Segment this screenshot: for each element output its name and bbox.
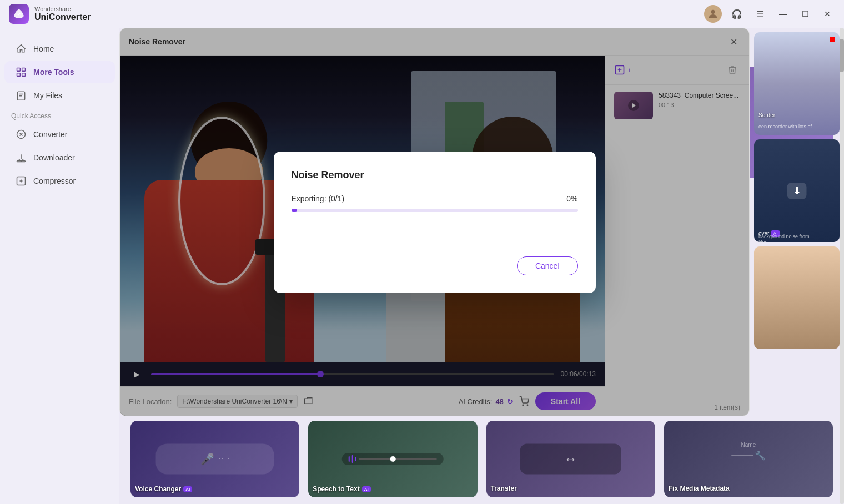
bottom-card-transfer[interactable]: ↔ Transfer	[486, 421, 655, 497]
compressor-label: Compressor	[33, 177, 76, 185]
app-logo	[9, 4, 29, 24]
title-bar-controls: 🎧 ☰ — ☐ ✕	[704, 5, 835, 23]
ai-badge: AI	[183, 486, 192, 492]
close-button[interactable]: ✕	[820, 6, 835, 22]
export-progress-bar	[292, 209, 578, 212]
scrollbar-thumb[interactable]	[840, 39, 844, 72]
home-icon	[16, 43, 27, 54]
bottom-card-speech-to-text[interactable]: Speech to Text AI	[308, 421, 477, 497]
right-card-3[interactable]	[754, 246, 840, 349]
noise-remover-desc: background noise fromfiles.	[758, 234, 835, 242]
maximize-button[interactable]: ☐	[797, 6, 813, 22]
speech-to-text-label: Speech to Text	[313, 485, 359, 493]
voice-changer-label: Voice Changer	[135, 485, 181, 493]
export-actions: Cancel	[292, 256, 578, 275]
bottom-card-fix-metadata[interactable]: Name 🔧 Fix Media Metadata	[664, 421, 833, 497]
minimize-button[interactable]: —	[775, 6, 791, 22]
sidebar: Home More Tools My Files Quick Access Co…	[0, 28, 119, 504]
cancel-button[interactable]: Cancel	[517, 256, 578, 275]
sidebar-item-converter[interactable]: Converter	[4, 123, 115, 145]
ai-badge-2: AI	[362, 486, 371, 492]
sidebar-item-more-tools[interactable]: More Tools	[4, 61, 115, 83]
headset-icon[interactable]: 🎧	[729, 6, 745, 22]
right-card-screen-recorder[interactable]: Screen rorder een recorder with lots of	[754, 32, 840, 135]
svg-rect-1	[17, 68, 21, 72]
right-card-noise-remover[interactable]: ⬇ over AI background noise fromfiles.	[754, 139, 840, 242]
menu-list-icon[interactable]: ☰	[752, 6, 768, 22]
export-overlay: Noise Remover Exporting: (0/1) 0% Cancel	[120, 28, 749, 416]
converter-label: Converter	[33, 130, 67, 139]
bottom-cards: 🎤 〰〰〰 Voice Changer AI Speech to Text AI	[119, 421, 844, 504]
app-name: Wondershare UniConverter	[34, 6, 91, 22]
title-bar: Wondershare UniConverter 🎧 ☰ — ☐ ✕	[0, 0, 844, 28]
app-product: UniConverter	[34, 12, 91, 22]
converter-icon	[16, 129, 27, 140]
sidebar-item-home[interactable]: Home	[4, 38, 115, 60]
app-vendor: Wondershare	[34, 6, 91, 12]
app-branding: Wondershare UniConverter	[9, 4, 91, 24]
svg-rect-4	[22, 73, 26, 77]
downloader-label: Downloader	[33, 153, 75, 162]
logo-icon	[13, 8, 25, 20]
export-progress-fill	[292, 209, 297, 212]
sidebar-item-compressor[interactable]: Compressor	[4, 170, 115, 192]
export-status-row: Exporting: (0/1) 0%	[292, 194, 578, 203]
compressor-icon	[16, 175, 27, 187]
more-tools-label: More Tools	[33, 68, 74, 77]
export-dialog: Noise Remover Exporting: (0/1) 0% Cancel	[274, 152, 596, 293]
downloader-icon	[16, 152, 27, 163]
svg-point-0	[711, 10, 715, 14]
grid-icon	[16, 67, 27, 78]
screen-recorder-title: Screen rorder	[758, 112, 835, 118]
noise-remover-dialog: Noise Remover ✕	[119, 28, 750, 416]
my-files-label: My Files	[33, 91, 62, 100]
svg-rect-2	[22, 68, 26, 72]
files-icon	[16, 90, 27, 101]
quick-access-title: Quick Access	[0, 108, 119, 122]
transfer-label: Transfer	[491, 485, 517, 492]
home-label: Home	[33, 44, 54, 53]
export-percent: 0%	[566, 194, 577, 203]
svg-rect-3	[17, 73, 21, 77]
profile-avatar[interactable]	[704, 5, 722, 23]
export-status-text: Exporting: (0/1)	[292, 194, 345, 203]
fix-metadata-label: Fix Media Metadata	[669, 485, 730, 492]
bottom-card-voice-changer[interactable]: 🎤 〰〰〰 Voice Changer AI	[130, 421, 299, 497]
sidebar-item-downloader[interactable]: Downloader	[4, 147, 115, 169]
screen-recorder-desc: een recorder with lots of	[758, 124, 835, 129]
sidebar-item-my-files[interactable]: My Files	[4, 84, 115, 107]
person-icon	[707, 8, 719, 20]
export-dialog-title: Noise Remover	[292, 169, 578, 181]
